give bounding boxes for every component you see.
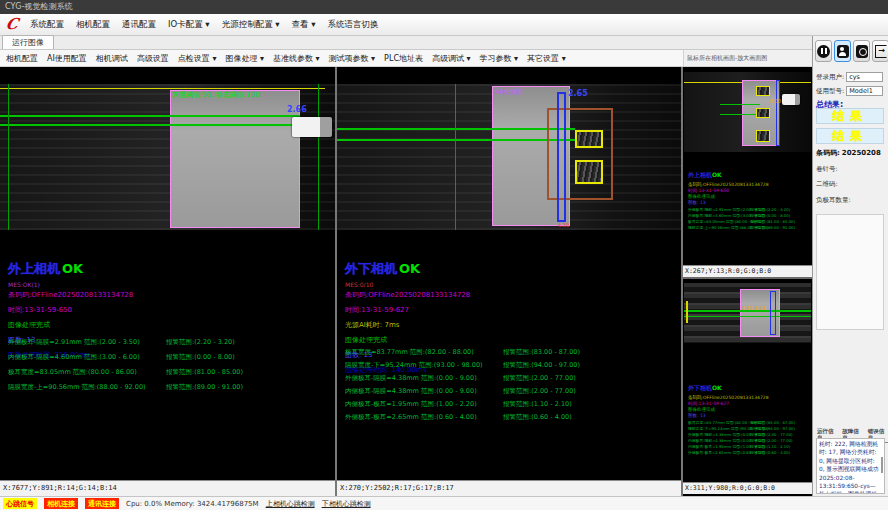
ai-box-label: AI检测框 (495, 87, 523, 97)
measurement-row: 内侧极耳-极耳=1.95mm 范围:(1.00 - 2.20) 报警范围:(1.… (345, 400, 675, 409)
tab-strip: 运行图像 (0, 36, 812, 50)
menu-item[interactable]: 光源控制配置 ▾ (222, 19, 280, 31)
control-buttons (815, 40, 888, 62)
toolbar-button[interactable]: AI使用配置 (47, 53, 87, 64)
menu-items: 系统配置相机配置通讯配置IO卡配置 ▾光源控制配置 ▾查看 ▾系统语言切换 (30, 19, 379, 31)
toolbar-button[interactable]: 相机配置 (6, 53, 38, 64)
edge-detect-box-blue (770, 291, 776, 335)
menu-item[interactable]: 查看 ▾ (292, 19, 316, 31)
measurement-value: 外侧极耳-隔膜=2.91mm 范围:(2.00 - 3.50) (8, 338, 166, 347)
toolbar-button[interactable]: 其它设置 ▾ (527, 53, 566, 64)
measurement-value: 内侧极耳-隔膜=4.38mm 范围:(0.00 - 9.00) (688, 438, 750, 443)
menu-item[interactable]: IO卡配置 ▾ (168, 19, 210, 31)
login-user-row: 登录用户: cys (816, 72, 883, 82)
time-line: 时间:13-31-59-627 (688, 401, 795, 406)
yellow-reference-line (0, 88, 325, 89)
yellow-guide (686, 301, 688, 323)
pause-icon (817, 45, 830, 58)
toolbar-button[interactable]: 图像处理 ▾ (225, 53, 264, 64)
zoom-image-upper: 0.00 (684, 72, 811, 152)
camera-view-lower[interactable]: AI检测框 2.65 4.38 外下相机OK MES:0/10 条码码:OFFl… (337, 67, 681, 496)
vertical-guide-right (318, 84, 319, 230)
menu-item[interactable]: 相机配置 (76, 19, 110, 31)
alarm-range: 报警范围:(94.00 - 97.00) (750, 426, 795, 431)
exit-button[interactable] (872, 40, 888, 62)
toolbar-button[interactable]: 高级调试 ▾ (432, 53, 471, 64)
zoom-preview-lower[interactable]: 2.65 4.38 外下相机OK 条码码:OFFline202502081331… (683, 279, 812, 494)
lower-camera-heartbeat-link[interactable]: 下相机心跳检测 (322, 499, 371, 509)
measurement-row: 隔膜宽度-下=95.24mm 范围:(93.00 - 98.00) 报警范围:(… (688, 426, 795, 431)
toolbar-button[interactable]: 高级设置 (137, 53, 169, 64)
camera-image-lower[interactable]: AI检测框 2.65 4.38 (337, 84, 681, 230)
result-box-lower: 结果 (816, 128, 884, 144)
status-ok-badge: OK (712, 384, 722, 391)
measurement-row: 外侧极耳-隔膜=4.38mm 范围:(0.00 - 9.00) 报警范围:(2.… (688, 432, 795, 437)
scrollbar-thumb[interactable] (881, 457, 883, 473)
barcode-line: 条码码:OFFline20250208133134728 (345, 290, 470, 300)
tab-connector-shape (292, 117, 332, 137)
vertical-guide-left (8, 84, 9, 230)
baseline-lower (0, 124, 300, 126)
toolbar-button[interactable]: 基准线参数 ▾ (273, 53, 320, 64)
camera-image-upper[interactable]: 灰度阈值:93, 动态阈值:100 2.66 (0, 84, 335, 230)
upper-camera-heartbeat-link[interactable]: 上相机心跳检测 (266, 499, 315, 509)
tab-detect-box-1 (575, 130, 603, 148)
window-title: CYG-视觉检测系统 (0, 0, 888, 14)
heartbeat-status-badge: 心跳信号 (3, 498, 37, 509)
measure-overlay-red: 4.38 (558, 222, 569, 228)
mini-panel-caption: 鼠标所在相机画面-放大画面图 (683, 50, 812, 67)
toolbar-button[interactable]: 学习参数 ▾ (480, 53, 519, 64)
toolbar-button[interactable]: PLC地址表 (384, 53, 423, 64)
tab-run-image[interactable]: 运行图像 (2, 35, 54, 49)
camera-settings-button[interactable] (853, 40, 870, 62)
measurement-row: 内侧极耳-隔膜=4.38mm 范围:(0.00 - 9.00) 报警范围:(2.… (688, 438, 795, 443)
edge-detect-box-blue (776, 80, 780, 146)
measurement-row: 外侧极耳-隔膜=4.38mm 范围:(0.00 - 9.00) 报警范围:(2.… (345, 374, 675, 383)
baseline (720, 104, 760, 105)
barcode-value: 20250208 (842, 149, 881, 157)
time-line: 时间:13-31-59-627 (345, 305, 470, 315)
alarm-range: 报警范围:(2.20 - 3.20) (750, 207, 790, 212)
window-footer (0, 510, 888, 522)
menu-item[interactable]: 系统语言切换 (328, 19, 379, 31)
user-button[interactable] (834, 40, 851, 62)
baseline-upper (337, 128, 575, 130)
result-list-box[interactable] (816, 214, 884, 330)
alarm-range: 报警范围:(0.00 - 8.00) (166, 353, 235, 362)
alarm-range: 报警范围:(2.00 - 77.00) (750, 438, 793, 443)
alarm-range: 报警范围:(81.00 - 85.00) (750, 219, 795, 224)
measure-overlay-label: 2.65 (568, 89, 588, 98)
measurement-value: 隔膜宽度-上=90.56mm 范围:(88.00 - 92.00) (8, 383, 166, 392)
baseline (684, 316, 811, 317)
barcode-line: 条码码:OFFline20250208133134728 (8, 290, 133, 300)
process-done-line: 图像处理完成 (688, 407, 795, 412)
camera-view-upper[interactable]: 灰度阈值:93, 动态阈值:100 2.66 外上相机OK MES:OK(1) … (0, 67, 335, 496)
result-box-upper: 结果 (816, 108, 884, 124)
model-field[interactable]: Model1 (846, 86, 883, 96)
zoom-preview-column: 0.00 外上相机OK 条码码:OFFline20250208133134728… (683, 67, 812, 496)
separator-region-box (170, 90, 300, 228)
zoom-info-lower: 外下相机OK 条码码:OFFline20250208133134728 时间:1… (688, 375, 795, 456)
menu-item[interactable]: 通讯配置 (122, 19, 156, 31)
measurement-row: 极耳宽度=83.05mm 范围:(80.00 - 86.00) 报警范围:(81… (8, 368, 338, 377)
measurement-value: 外侧极耳-隔膜=2.91mm 范围:(2.00 - 3.50) (688, 207, 750, 212)
toolbar-button[interactable]: 测试项参数 ▾ (329, 53, 376, 64)
measurement-row: 外侧极耳-极耳=2.65mm 范围:(0.60 - 4.00) 报警范围:(0.… (688, 450, 795, 455)
time-line: 时间:13-31-59-650 (688, 188, 795, 193)
toolbar-button[interactable]: 相机调试 (96, 53, 128, 64)
status-ok-badge: OK (712, 171, 722, 178)
baseline-upper (0, 115, 300, 117)
measure-overlay-label: 2.66 (287, 105, 307, 114)
measurement-value: 外侧极耳-极耳=2.65mm 范围:(0.60 - 4.00) (688, 450, 750, 455)
toolbar-button[interactable]: 点检设置 ▾ (178, 53, 217, 64)
pause-button[interactable] (815, 40, 832, 62)
alarm-range: 报警范围:(83.00 - 87.00) (503, 348, 580, 357)
login-user-field[interactable]: cys (846, 72, 883, 82)
alarm-range: 报警范围:(81.00 - 85.00) (166, 368, 243, 377)
pixel-coordinate-readout: X:311;Y:980;R:0;G:0;B:0 (683, 482, 812, 494)
zoom-preview-upper[interactable]: 0.00 外上相机OK 条码码:OFFline20250208133134728… (683, 67, 812, 279)
status-ok-badge: OK (399, 261, 420, 276)
run-log-box[interactable]: 耗时: 222, 网络检测耗时: 17, 网络分类耗时: 0, 网络提取分区耗时… (816, 438, 885, 494)
measurement-row: 外侧极耳-隔膜=2.91mm 范围:(2.00 - 3.50) 报警范围:(2.… (688, 207, 795, 212)
menu-item[interactable]: 系统配置 (30, 19, 64, 31)
